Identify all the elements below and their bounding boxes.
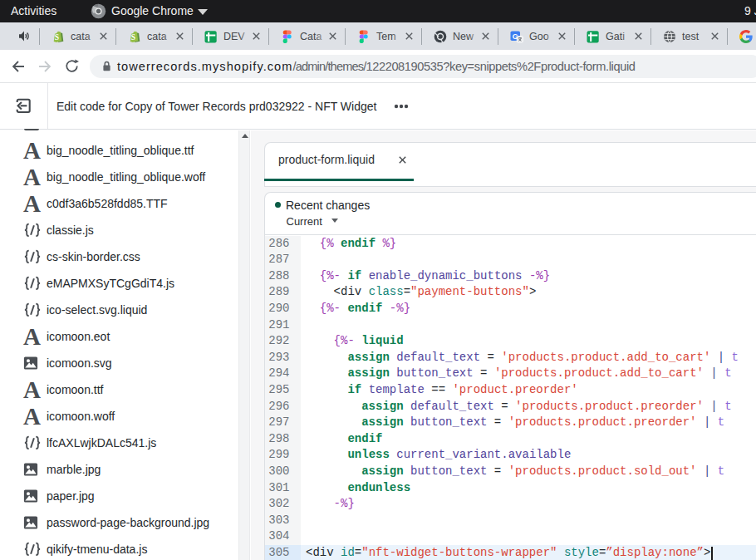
- svg-text:S: S: [131, 33, 135, 42]
- svg-text:S: S: [55, 33, 59, 42]
